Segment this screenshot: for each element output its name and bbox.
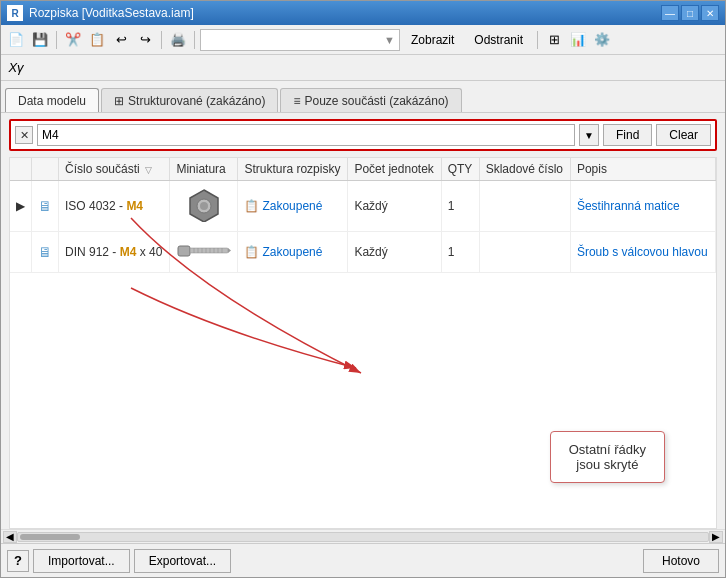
row2-thumbnail <box>170 232 238 273</box>
scroll-thumb[interactable] <box>20 534 80 540</box>
row1-thumbnail <box>170 181 238 232</box>
tab-data-modelu-label: Data modelu <box>18 94 86 108</box>
struktura-icon-2: 📋 <box>244 245 259 259</box>
tab-pouze-soucasti-icon: ≡ <box>293 94 300 108</box>
separator-2 <box>161 31 162 49</box>
print-button[interactable]: 🖨️ <box>167 29 189 51</box>
cut-button[interactable]: ✂️ <box>62 29 84 51</box>
struktura-icon-1: 📋 <box>244 199 259 213</box>
col-expand <box>10 158 32 181</box>
toolbar2: Xγ <box>1 55 725 81</box>
table-button[interactable]: ⊞ <box>543 29 565 51</box>
table-row: ▶ 🖥 ISO 4032 - M4 <box>10 181 716 232</box>
horizontal-scrollbar[interactable]: ◀ ▶ <box>1 529 725 543</box>
search-dropdown[interactable]: ▼ <box>579 124 599 146</box>
search-close-button[interactable]: ✕ <box>15 126 33 144</box>
row1-popis: Šestihranná matice <box>570 181 715 232</box>
titlebar-controls: — □ ✕ <box>661 5 719 21</box>
col-skladove: Skladové číslo <box>479 158 570 181</box>
undo-button[interactable]: ↩ <box>110 29 132 51</box>
content-area: ✕ ▼ Find Clear Číslo součásti ▽ Miniatur <box>1 113 725 543</box>
separator-3 <box>194 31 195 49</box>
settings-button[interactable]: ⚙️ <box>591 29 613 51</box>
svg-rect-3 <box>178 246 190 256</box>
redo-button[interactable]: ↪ <box>134 29 156 51</box>
annotation-line2: jsou skryté <box>576 457 638 472</box>
copy-button[interactable]: 📋 <box>86 29 108 51</box>
main-window: R Rozpiska [VoditkaSestava.iam] — □ ✕ 📄 … <box>0 0 726 578</box>
tab-data-modelu[interactable]: Data modelu <box>5 88 99 112</box>
row2-skladove <box>479 232 570 273</box>
dropdown-filter[interactable]: ▼ <box>200 29 400 51</box>
clear-button[interactable]: Clear <box>656 124 711 146</box>
tab-strukturovane-label: Strukturované (zakázáno) <box>128 94 265 108</box>
nut-thumbnail <box>184 187 224 222</box>
col-icon <box>32 158 59 181</box>
col-miniatura: Miniatura <box>170 158 238 181</box>
struktura-link-2[interactable]: 📋 Zakoupené <box>244 245 341 259</box>
row2-popis: Šroub s válcovou hlavou <box>570 232 715 273</box>
maximize-button[interactable]: □ <box>681 5 699 21</box>
tab-pouze-soucasti[interactable]: ≡ Pouze součásti (zakázáno) <box>280 88 461 112</box>
svg-rect-4 <box>190 248 228 253</box>
search-bar: ✕ ▼ Find Clear <box>9 119 717 151</box>
col-struktura: Struktura rozpisky <box>238 158 348 181</box>
close-button[interactable]: ✕ <box>701 5 719 21</box>
col-cislo: Číslo součásti ▽ <box>59 158 170 181</box>
chart-button[interactable]: 📊 <box>567 29 589 51</box>
svg-marker-13 <box>228 248 231 253</box>
part-icon: 🖥 <box>38 198 52 214</box>
zobrazit-button[interactable]: Zobrazit <box>402 29 463 51</box>
save-button[interactable]: 💾 <box>29 29 51 51</box>
table-row: 🖥 DIN 912 - M4 x 40 <box>10 232 716 273</box>
annotation-line1: Ostatní řádky <box>569 442 646 457</box>
row1-part-number: ISO 4032 - M4 <box>59 181 170 232</box>
find-button[interactable]: Find <box>603 124 652 146</box>
help-button[interactable]: ? <box>7 550 29 572</box>
row2-part-number: DIN 912 - M4 x 40 <box>59 232 170 273</box>
col-popis: Popis <box>570 158 715 181</box>
row2-expand[interactable] <box>10 232 32 273</box>
row1-pocet: Každý <box>348 181 441 232</box>
search-input[interactable] <box>37 124 575 146</box>
statusbar: ? Importovat... Exportovat... Hotovo <box>1 543 725 577</box>
separator-4 <box>537 31 538 49</box>
sort-cislo-icon: ▽ <box>145 165 152 175</box>
annotation-bubble: Ostatní řádky jsou skryté <box>550 431 665 483</box>
row1-icon: 🖥 <box>32 181 59 232</box>
parts-table: Číslo součásti ▽ Miniatura Struktura roz… <box>10 158 716 273</box>
scroll-right-button[interactable]: ▶ <box>709 531 723 543</box>
tabs-bar: Data modelu ⊞ Strukturované (zakázáno) ≡… <box>1 81 725 113</box>
odstranit-button[interactable]: Odstranit <box>465 29 532 51</box>
row1-skladove <box>479 181 570 232</box>
svg-point-2 <box>200 202 208 210</box>
row2-icon: 🖥 <box>32 232 59 273</box>
done-button[interactable]: Hotovo <box>643 549 719 573</box>
separator-1 <box>56 31 57 49</box>
col-pocet: Počet jednotek <box>348 158 441 181</box>
window-title: Rozpiska [VoditkaSestava.iam] <box>29 6 661 20</box>
row2-pocet: Každý <box>348 232 441 273</box>
bolt-thumbnail <box>176 238 231 263</box>
row1-struktura: 📋 Zakoupené <box>238 181 348 232</box>
tab-strukturovane[interactable]: ⊞ Strukturované (zakázáno) <box>101 88 278 112</box>
formula-button[interactable]: Xγ <box>5 57 27 79</box>
row1-expand[interactable]: ▶ <box>10 181 32 232</box>
tab-pouze-soucasti-label: Pouze součásti (zakázáno) <box>304 94 448 108</box>
struktura-link-1[interactable]: 📋 Zakoupené <box>244 199 341 213</box>
new-button[interactable]: 📄 <box>5 29 27 51</box>
scroll-left-button[interactable]: ◀ <box>3 531 17 543</box>
toolbar: 📄 💾 ✂️ 📋 ↩ ↪ 🖨️ ▼ Zobrazit Odstranit ⊞ 📊… <box>1 25 725 55</box>
export-button[interactable]: Exportovat... <box>134 549 231 573</box>
titlebar: R Rozpiska [VoditkaSestava.iam] — □ ✕ <box>1 1 725 25</box>
row2-struktura: 📋 Zakoupené <box>238 232 348 273</box>
window-icon: R <box>7 5 23 21</box>
minimize-button[interactable]: — <box>661 5 679 21</box>
col-qty: QTY <box>441 158 479 181</box>
row1-qty: 1 <box>441 181 479 232</box>
tab-strukturovane-icon: ⊞ <box>114 94 124 108</box>
row2-qty: 1 <box>441 232 479 273</box>
part-icon: 🖥 <box>38 244 52 260</box>
scroll-track[interactable] <box>17 532 709 542</box>
import-button[interactable]: Importovat... <box>33 549 130 573</box>
